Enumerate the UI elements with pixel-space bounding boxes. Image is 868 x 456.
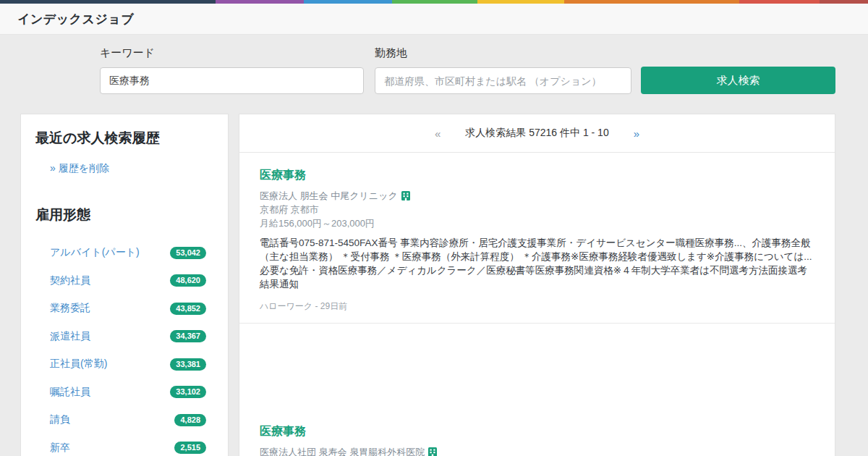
search-form: キーワード 勤務地 求人検索 <box>100 46 835 94</box>
location-field-group: 勤務地 <box>375 46 631 94</box>
pagination-prev-icon[interactable]: « <box>435 127 441 140</box>
stripe-segment-yellow <box>477 0 564 4</box>
employment-type-item: 派遣社員34,367 <box>21 323 228 351</box>
count-badge: 43,852 <box>170 303 206 315</box>
stripe-segment-dark-navy <box>0 0 216 4</box>
stripe-segment-orange <box>564 0 739 4</box>
results-panel: « 求人検索結果 57216 件中 1 - 10 » 医療事務 医療法人 朋生会… <box>239 114 835 456</box>
count-badge: 4,828 <box>174 414 206 426</box>
brand-stripe <box>0 0 868 4</box>
job-description: 電話番号075-871-5450FAX番号 事業内容診療所・居宅介護支援事業所・… <box>260 236 814 291</box>
stripe-segment-dark-red <box>820 0 868 4</box>
count-badge: 53,042 <box>170 247 206 259</box>
location-label: 勤務地 <box>375 46 631 60</box>
job-source: ハローワーク - 29日前 <box>260 300 814 313</box>
employment-type-link[interactable]: 業務委託 <box>50 302 90 315</box>
job-company-name: 医療法人 朋生会 中尾クリニック <box>260 189 398 203</box>
job-company-row: 医療法人社団 泉寿会 泉胃腸科外科医院 <box>260 445 814 456</box>
job-company-name: 医療法人社団 泉寿会 泉胃腸科外科医院 <box>260 445 425 456</box>
job-location: 京都府 京都市 <box>260 203 814 216</box>
stripe-segment-blue <box>304 0 392 4</box>
content-area: 最近の求人検索履歴 » 履歴を削除 雇用形態 アルバイト(パート)53,042契… <box>0 109 868 456</box>
employment-type-item: 嘱託社員33,102 <box>21 379 228 407</box>
clear-history-link[interactable]: » 履歴を削除 <box>50 162 109 175</box>
count-badge: 2,515 <box>174 442 206 454</box>
building-icon <box>401 191 410 200</box>
app-header: インデックスジョブ <box>0 4 868 35</box>
pagination-next-icon[interactable]: » <box>634 127 639 140</box>
search-history-title: 最近の求人検索履歴 <box>35 129 228 148</box>
keyword-label: キーワード <box>100 46 364 60</box>
employment-type-link[interactable]: 請負 <box>50 413 70 426</box>
job-salary: 月給156,000円～203,000円 <box>260 216 814 230</box>
site-title: インデックスジョブ <box>17 11 134 28</box>
keyword-input[interactable] <box>100 67 364 94</box>
location-input[interactable] <box>375 67 631 94</box>
keyword-field-group: キーワード <box>100 46 364 94</box>
employment-type-link[interactable]: 新卒 <box>50 442 70 455</box>
pagination-bar: « 求人検索結果 57216 件中 1 - 10 » <box>239 114 835 153</box>
employment-type-list: アルバイト(パート)53,042契約社員48,620業務委託43,852派遣社員… <box>21 239 228 456</box>
stripe-segment-red-orange <box>739 0 820 4</box>
employment-type-link[interactable]: 正社員(常勤) <box>50 358 107 371</box>
employment-type-item: 契約社員48,620 <box>21 267 228 295</box>
employment-type-item: アルバイト(パート)53,042 <box>21 239 228 267</box>
count-badge: 33,381 <box>170 358 206 371</box>
sidebar: 最近の求人検索履歴 » 履歴を削除 雇用形態 アルバイト(パート)53,042契… <box>20 114 229 456</box>
results-count-summary: 求人検索結果 57216 件中 1 - 10 <box>465 127 608 140</box>
building-icon <box>428 447 437 456</box>
employment-type-item: 請負4,828 <box>21 406 228 434</box>
employment-type-item: 正社員(常勤)33,381 <box>21 350 228 379</box>
employment-type-link[interactable]: 契約社員 <box>50 274 90 287</box>
job-title-link[interactable]: 医療事務 <box>260 168 306 183</box>
count-badge: 48,620 <box>170 274 206 287</box>
employment-type-item: 新卒2,515 <box>21 434 228 456</box>
employment-type-title: 雇用形態 <box>35 206 228 224</box>
employment-type-link[interactable]: 派遣社員 <box>50 330 90 343</box>
count-badge: 33,102 <box>170 386 206 398</box>
stripe-segment-green <box>392 0 477 4</box>
employment-type-link[interactable]: アルバイト(パート) <box>50 246 140 259</box>
job-listing: 医療事務 医療法人 朋生会 中尾クリニック 京都府 京都市 月給156,000円… <box>239 153 835 323</box>
job-search-button[interactable]: 求人検索 <box>641 67 835 94</box>
count-badge: 34,367 <box>170 330 206 342</box>
search-section: キーワード 勤務地 求人検索 <box>0 35 868 109</box>
employment-type-item: 業務委託43,852 <box>21 295 228 323</box>
ad-slot <box>239 324 835 409</box>
stripe-segment-purple <box>216 0 304 4</box>
employment-type-link[interactable]: 嘱託社員 <box>50 386 90 399</box>
job-listing: 医療事務 医療法人社団 泉寿会 泉胃腸科外科医院 熊本県 宇城市 月給150,0… <box>239 409 835 456</box>
job-title-link[interactable]: 医療事務 <box>260 424 306 439</box>
job-company-row: 医療法人 朋生会 中尾クリニック <box>260 189 814 203</box>
